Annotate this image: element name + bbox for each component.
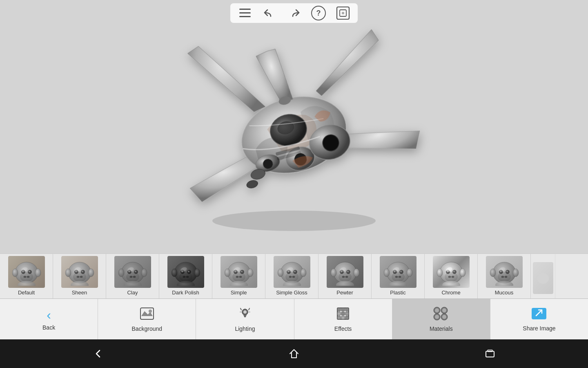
material-label-simple: Simple	[231, 289, 247, 296]
svg-point-30	[27, 276, 29, 278]
share-label: Share Image	[523, 325, 555, 332]
material-item-chrome[interactable]: Chrome	[425, 254, 478, 299]
svg-point-17	[246, 179, 259, 189]
svg-rect-155	[345, 312, 349, 315]
material-item-pewter[interactable]: Pewter	[318, 254, 372, 299]
material-item-extra	[531, 254, 555, 299]
lighting-icon	[238, 306, 252, 324]
svg-point-40	[82, 271, 83, 272]
back-label: Back	[42, 324, 55, 331]
svg-point-101	[342, 276, 345, 278]
materials-button[interactable]: Materials	[392, 299, 490, 339]
help-button[interactable]: ?	[311, 6, 326, 20]
svg-rect-154	[341, 312, 345, 315]
home-nav-button[interactable]	[284, 343, 304, 364]
svg-point-107	[407, 269, 412, 277]
svg-point-65	[183, 276, 185, 278]
3d-viewport[interactable]: ?	[0, 0, 588, 254]
svg-point-160	[435, 308, 439, 312]
back-nav-button[interactable]	[88, 343, 108, 364]
svg-point-89	[289, 276, 292, 278]
share-button[interactable]: Share Image	[490, 299, 588, 339]
material-label-plastic: Plastic	[390, 289, 405, 296]
svg-point-90	[292, 276, 295, 278]
3d-model	[151, 18, 437, 235]
material-label-default: Default	[18, 289, 35, 296]
back-button[interactable]: ‹ Back	[0, 299, 98, 339]
lighting-label: Lighting	[235, 325, 255, 332]
svg-rect-152	[345, 308, 349, 311]
menu-button[interactable]	[238, 6, 252, 20]
undo-button[interactable]	[262, 6, 277, 20]
svg-point-28	[29, 271, 30, 272]
svg-point-162	[442, 308, 446, 312]
svg-point-71	[247, 269, 253, 277]
material-item-clay[interactable]: Clay	[106, 254, 159, 299]
background-button[interactable]: Background	[98, 299, 196, 339]
svg-point-59	[194, 269, 200, 277]
svg-point-146	[243, 310, 247, 314]
material-thumb-plastic	[380, 256, 416, 288]
material-thumb-chrome	[433, 256, 470, 288]
svg-point-47	[141, 269, 147, 277]
svg-rect-151	[341, 308, 345, 311]
material-label-sheen: Sheen	[72, 289, 87, 296]
material-item-plastic[interactable]: Plastic	[372, 254, 425, 299]
material-item-simple[interactable]: Simple	[212, 254, 265, 299]
effects-icon	[336, 306, 350, 324]
effects-label: Effects	[334, 325, 352, 332]
svg-point-6	[212, 211, 376, 231]
svg-point-112	[400, 271, 402, 272]
svg-point-143	[149, 310, 152, 313]
svg-point-76	[241, 271, 243, 272]
svg-point-138	[504, 276, 507, 278]
material-item-sheen[interactable]: Sheen	[53, 254, 106, 299]
lighting-button[interactable]: Lighting	[196, 299, 294, 339]
material-item-mucous[interactable]: Mucous	[478, 254, 531, 299]
material-thumb-dark-polish	[167, 256, 204, 288]
svg-point-94	[331, 269, 336, 277]
svg-point-5	[342, 12, 344, 14]
material-thumb-mucous	[486, 256, 523, 288]
svg-point-64	[188, 271, 189, 272]
svg-point-42	[80, 276, 82, 278]
material-strip: Default	[0, 254, 588, 298]
material-label-clay: Clay	[127, 289, 138, 296]
svg-point-22	[12, 269, 18, 277]
redo-button[interactable]	[287, 6, 301, 20]
svg-rect-1	[239, 12, 251, 13]
material-thumb-simple-gloss	[274, 256, 310, 288]
svg-point-124	[453, 271, 455, 272]
frame-button[interactable]	[336, 6, 350, 20]
svg-point-164	[435, 315, 439, 319]
svg-point-70	[225, 269, 230, 277]
material-label-mucous: Mucous	[495, 289, 514, 296]
material-thumb-clay	[114, 256, 151, 288]
material-item-simple-gloss[interactable]: Simple Gloss	[265, 254, 318, 299]
svg-point-131	[513, 269, 519, 277]
svg-point-141	[537, 273, 549, 284]
svg-rect-156	[337, 316, 341, 319]
svg-point-137	[501, 276, 504, 278]
svg-rect-2	[239, 16, 251, 17]
svg-point-35	[88, 269, 94, 277]
svg-point-58	[172, 269, 177, 277]
effects-button[interactable]: Effects	[294, 299, 392, 339]
materials-label: Materials	[430, 325, 453, 332]
svg-point-136	[506, 271, 508, 272]
svg-rect-0	[239, 9, 251, 10]
svg-point-78	[239, 276, 242, 278]
svg-point-126	[451, 276, 454, 278]
svg-point-53	[129, 276, 132, 278]
svg-point-41	[76, 276, 79, 278]
material-item-dark-polish[interactable]: Dark Polish	[159, 254, 212, 299]
material-thumb-default	[8, 256, 45, 288]
system-nav-bar	[0, 339, 588, 368]
svg-point-102	[345, 276, 348, 278]
svg-rect-168	[486, 351, 494, 357]
material-thumb-sheen	[61, 256, 98, 288]
material-item-default[interactable]: Default	[0, 254, 53, 299]
recents-nav-button[interactable]	[480, 343, 500, 364]
material-label-simple-gloss: Simple Gloss	[276, 289, 307, 296]
material-label-pewter: Pewter	[336, 289, 353, 296]
